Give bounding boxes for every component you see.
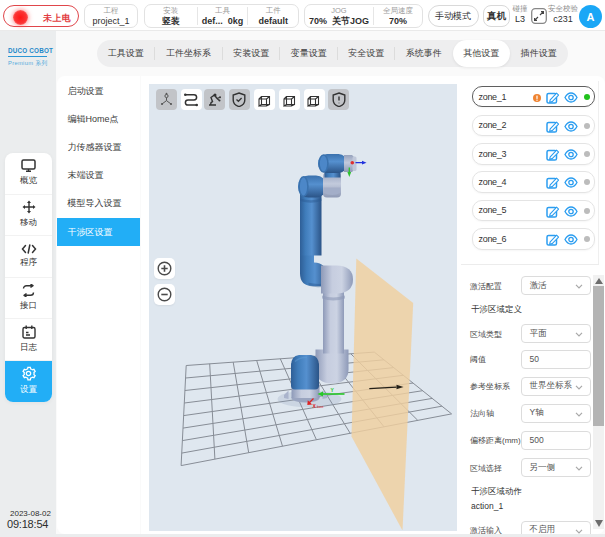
svg-text:Y: Y: [331, 387, 335, 393]
svg-text:base: base: [317, 405, 324, 409]
